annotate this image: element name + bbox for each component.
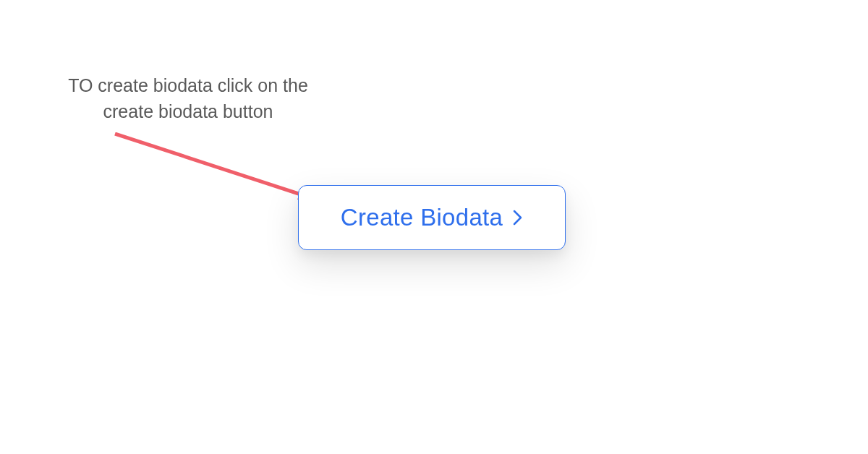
instruction-text: TO create biodata click on the create bi…: [58, 72, 318, 125]
chevron-right-icon: [513, 210, 523, 226]
svg-line-0: [115, 134, 305, 196]
pointer-arrow: [114, 132, 323, 205]
create-biodata-button[interactable]: Create Biodata: [298, 185, 566, 250]
create-biodata-label: Create Biodata: [341, 204, 503, 231]
